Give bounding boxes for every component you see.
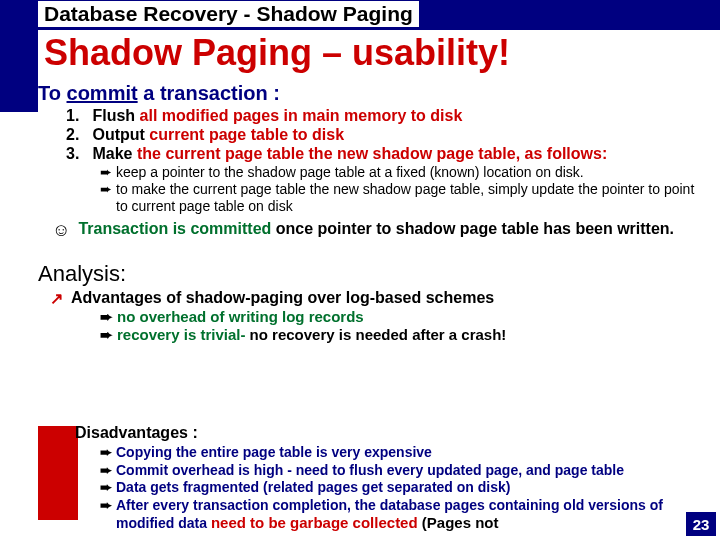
arrow-icon: ➨ [100,479,112,497]
list-item: ➨ Copying the entire page table is very … [100,444,690,462]
arrow-icon: ➨ [100,164,112,181]
smile-icon: ☺ [52,220,70,241]
analysis-heading: Analysis: [38,261,708,287]
arrow-icon: ➨ [100,181,112,198]
arrow-icon: ➨ [100,444,112,462]
up-arrow-icon: ↗ [50,289,63,308]
arrow-icon: ➨ [100,497,112,515]
list-item: ➨ Commit overhead is high - need to flus… [100,462,690,480]
list-item: ➨ recovery is trivial- no recovery is ne… [100,326,708,344]
list-item: ➨ After every transaction completion, th… [100,497,690,533]
commit-heading: To commit a transaction : [38,82,708,105]
content-area: To commit a transaction : 1. Flush all m… [38,82,708,344]
disadvantages-sub-list: ➨ Copying the entire page table is very … [100,444,690,533]
analysis-body: ↗ Advantages of shadow-paging over log-b… [38,289,708,344]
arrow-icon: ➨ [100,326,113,344]
list-item: 1. Flush all modified pages in main memo… [66,107,708,125]
commit-steps-list: 1. Flush all modified pages in main memo… [66,107,708,163]
page-number: 23 [686,512,716,536]
commit-sub-list: ➨ keep a pointer to the shadow page tabl… [100,164,708,214]
breadcrumb: Database Recovery - Shadow Paging [38,1,419,27]
list-item: 2. Output current page table to disk [66,126,708,144]
arrow-icon: ➨ [100,308,113,326]
list-item: ➨ keep a pointer to the shadow page tabl… [100,164,708,181]
list-item: ➨ no overhead of writing log records [100,308,708,326]
advantages-sub-list: ➨ no overhead of writing log records ➨ r… [100,308,708,344]
header-side-band [0,0,38,112]
list-item: ➨ Data gets fragmented (related pages ge… [100,479,690,497]
advantages-row: ↗ Advantages of shadow-paging over log-b… [38,289,708,308]
arrow-icon: ➨ [100,462,112,480]
list-item: ➨ to make the current page table the new… [100,181,708,215]
commit-done: ☺ Transaction is committed once pointer … [52,220,708,241]
list-item: 3. Make the current page table the new s… [66,145,708,163]
disadvantages-row: Disadvantages : [75,424,198,442]
disadvantage-marker [38,426,78,520]
page-title: Shadow Paging – usability! [38,30,516,76]
